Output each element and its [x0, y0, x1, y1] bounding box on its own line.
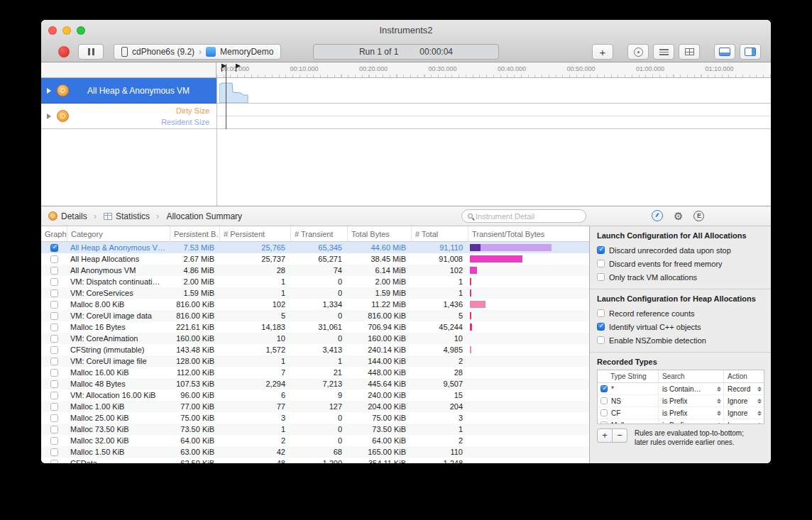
- table-row[interactable]: VM: CoreServices1.59 MiB101.59 MiB1: [41, 287, 589, 299]
- table-row[interactable]: VM: CoreUI image data816.00 KiB50816.00 …: [41, 310, 589, 321]
- row-graph-checkbox[interactable]: [50, 380, 58, 388]
- option-checkbox[interactable]: [597, 323, 605, 331]
- column-header-num-transient[interactable]: # Transient: [291, 226, 348, 242]
- remove-rule-button[interactable]: −: [612, 428, 627, 443]
- record-button[interactable]: [58, 46, 70, 57]
- column-header-num-total[interactable]: # Total: [412, 226, 468, 242]
- row-graph-checkbox[interactable]: [50, 323, 58, 331]
- table-row[interactable]: VM: CoreAnimation160.00 KiB100160.00 KiB…: [41, 333, 589, 344]
- record-settings-button[interactable]: [652, 210, 663, 221]
- track-all-heap-header[interactable]: All Heap & Anonymous VM: [41, 78, 216, 104]
- table-row[interactable]: VM: Dispatch continuati…2.00 MiB102.00 M…: [41, 276, 589, 287]
- track-all-heap-plot[interactable]: [216, 78, 771, 104]
- row-graph-checkbox[interactable]: [50, 312, 58, 320]
- breadcrumb-statistics[interactable]: Statistics: [104, 211, 150, 221]
- row-graph-checkbox[interactable]: [50, 346, 58, 354]
- track-vm-tracker-header[interactable]: Dirty Size Resident Size: [41, 104, 216, 129]
- table-row[interactable]: CFString (immutable)143.48 KiB1,5723,413…: [41, 344, 589, 355]
- display-settings-button[interactable]: ⚙: [674, 211, 683, 221]
- action-popup[interactable]: Ignore: [724, 407, 764, 419]
- row-graph-checkbox[interactable]: [50, 414, 58, 422]
- grid-view-button[interactable]: [679, 44, 700, 60]
- playhead-line[interactable]: [226, 64, 226, 129]
- row-graph-checkbox[interactable]: [50, 289, 58, 297]
- type-checkbox[interactable]: [600, 397, 608, 404]
- column-header-persistent-bytes[interactable]: Persistent B…: [170, 226, 220, 242]
- row-graph-checkbox[interactable]: [50, 278, 58, 286]
- table-row[interactable]: VM: Allocation 16.00 KiB96.00 KiB69240.0…: [41, 389, 589, 401]
- column-header-graph[interactable]: Graph: [41, 226, 67, 242]
- track-vm-tracker[interactable]: Dirty Size Resident Size: [41, 104, 771, 129]
- table-row[interactable]: Malloc 25.00 KiB75.00 KiB3075.00 KiB3: [41, 412, 589, 424]
- row-graph-checkbox[interactable]: [50, 437, 58, 445]
- search-popup[interactable]: is Contain…: [659, 383, 724, 395]
- record-settings-view-button[interactable]: [627, 44, 649, 60]
- row-graph-checkbox[interactable]: [50, 426, 58, 433]
- option-checkbox[interactable]: [597, 309, 605, 317]
- recorded-type-row[interactable]: CFis PrefixIgnore: [598, 407, 764, 419]
- toggle-right-pane-button[interactable]: [740, 44, 761, 60]
- row-graph-checkbox[interactable]: [50, 369, 58, 377]
- row-graph-checkbox[interactable]: [50, 255, 58, 263]
- recorded-type-row[interactable]: NSis PrefixIgnore: [598, 395, 764, 407]
- table-row[interactable]: All Anonymous VM4.86 MiB28746.14 MiB102: [41, 265, 589, 276]
- inspection-range-end-flag[interactable]: [236, 64, 236, 72]
- table-row[interactable]: All Heap & Anonymous V…7.53 MiB25,76565,…: [41, 242, 589, 253]
- row-graph-checkbox[interactable]: [50, 301, 58, 309]
- disclosure-triangle-icon[interactable]: [47, 114, 51, 119]
- recorded-type-row[interactable]: Mallocis PrefixIgnore: [598, 419, 764, 424]
- instrument-detail-search[interactable]: [461, 209, 586, 223]
- inspection-range-start-flag[interactable]: [221, 64, 222, 72]
- search-input[interactable]: [476, 212, 568, 221]
- pause-button[interactable]: [78, 44, 104, 60]
- option-checkbox[interactable]: [597, 336, 605, 344]
- recorded-type-row[interactable]: *is Contain…Record: [598, 383, 764, 395]
- table-row[interactable]: Malloc 1.00 KiB77.00 KiB77127204.00 KiB2…: [41, 401, 589, 412]
- row-graph-checkbox[interactable]: [50, 358, 58, 365]
- column-header-total-bytes[interactable]: Total Bytes: [348, 226, 412, 242]
- row-graph-checkbox[interactable]: [50, 460, 58, 464]
- breadcrumb-details[interactable]: Details: [48, 211, 87, 221]
- add-instrument-button[interactable]: +: [592, 44, 613, 60]
- action-popup[interactable]: Record: [724, 383, 764, 395]
- table-row[interactable]: Malloc 16.00 KiB112.00 KiB721448.00 KiB2…: [41, 367, 589, 378]
- search-popup[interactable]: is Prefix: [659, 407, 724, 419]
- action-popup[interactable]: Ignore: [724, 395, 764, 407]
- add-rule-button[interactable]: +: [597, 428, 613, 443]
- extended-detail-button[interactable]: [693, 211, 704, 221]
- titlebar[interactable]: Instruments2: [41, 20, 771, 41]
- option-checkbox[interactable]: [597, 273, 605, 281]
- table-row[interactable]: Malloc 16 Bytes221.61 KiB14,18331,061706…: [41, 321, 589, 333]
- table-row[interactable]: Malloc 1.50 KiB63.00 KiB4268165.00 KiB11…: [41, 446, 589, 458]
- column-header-num-persistent[interactable]: # Persistent: [220, 226, 291, 242]
- disclosure-triangle-icon[interactable]: [47, 88, 51, 94]
- table-row[interactable]: Malloc 32.00 KiB64.00 KiB2064.00 KiB2: [41, 435, 589, 446]
- track-all-heap[interactable]: All Heap & Anonymous VM: [41, 78, 771, 104]
- table-header-row[interactable]: Graph Category Persistent B… # Persisten…: [41, 226, 589, 242]
- type-checkbox[interactable]: [600, 385, 608, 392]
- table-row[interactable]: CFData62.50 KiB481,200354.11 KiB1,248: [41, 458, 589, 463]
- search-popup[interactable]: is Prefix: [659, 395, 724, 407]
- table-row[interactable]: All Heap Allocations2.67 MiB25,73765,271…: [41, 253, 589, 265]
- row-graph-checkbox[interactable]: [50, 403, 58, 411]
- column-header-transient-total[interactable]: Transient/Total Bytes: [468, 226, 589, 242]
- breadcrumb-allocation-summary[interactable]: Allocation Summary: [166, 211, 242, 221]
- list-view-button[interactable]: [653, 44, 674, 60]
- type-checkbox[interactable]: [600, 421, 608, 424]
- option-checkbox[interactable]: [597, 246, 605, 254]
- toggle-bottom-pane-button[interactable]: [714, 44, 735, 60]
- search-popup[interactable]: is Prefix: [659, 419, 724, 425]
- type-checkbox[interactable]: [600, 409, 608, 416]
- table-row[interactable]: Malloc 8.00 KiB816.00 KiB1021,33411.22 M…: [41, 299, 589, 310]
- table-row[interactable]: Malloc 73.50 KiB73.50 KiB1073.50 KiB1: [41, 424, 589, 435]
- row-graph-checkbox[interactable]: [50, 244, 58, 252]
- column-header-category[interactable]: Category: [67, 226, 170, 242]
- target-selector[interactable]: cdPhone6s (9.2) › MemoryDemo: [114, 44, 281, 60]
- option-checkbox[interactable]: [597, 260, 605, 267]
- row-graph-checkbox[interactable]: [50, 335, 58, 343]
- timeline-ruler[interactable]: 00:00.00000:10.00000:20.00000:30.00000:4…: [41, 62, 771, 78]
- track-vm-tracker-plot[interactable]: [216, 104, 771, 129]
- row-graph-checkbox[interactable]: [50, 267, 58, 275]
- row-graph-checkbox[interactable]: [50, 392, 58, 399]
- action-popup[interactable]: Ignore: [724, 419, 764, 425]
